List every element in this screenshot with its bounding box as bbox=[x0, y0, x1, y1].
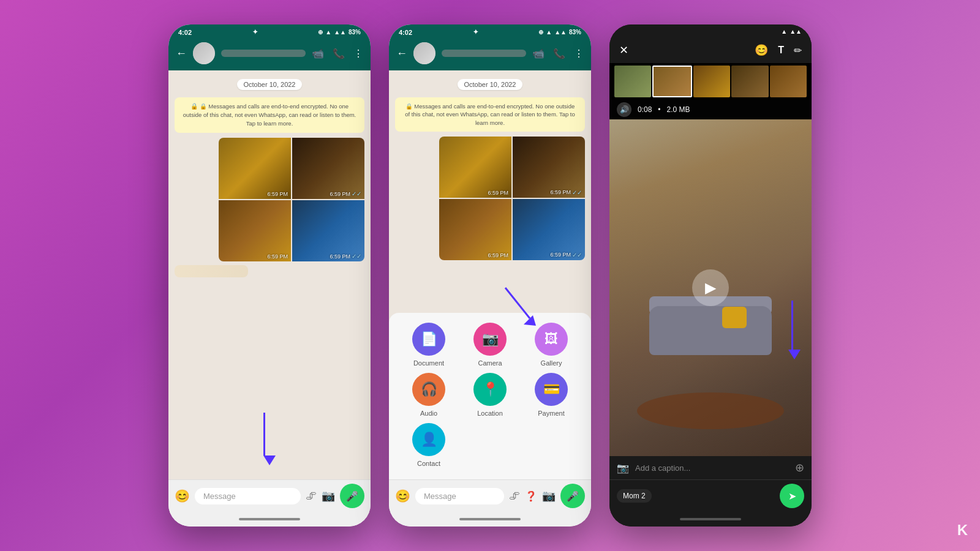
attach-contact[interactable]: 👤 Contact bbox=[401, 423, 456, 467]
close-icon[interactable]: ✕ bbox=[619, 43, 628, 57]
call-icon-1[interactable]: 📞 bbox=[333, 48, 345, 59]
caption-bar: 📷 Add a caption... ⊕ bbox=[609, 456, 812, 479]
camera-icon-circle: 📷 bbox=[473, 323, 507, 356]
status-icons-2: ⊕ ▲ ▲▲ 83% bbox=[538, 29, 581, 36]
status-icons-1: ⊕ ▲ ▲▲ 83% bbox=[318, 29, 361, 36]
status-bar-2: 4:02 ✦ ⊕ ▲ ▲▲ 83% bbox=[389, 24, 591, 39]
audio-icon: 🎧 bbox=[421, 381, 437, 397]
attach-location[interactable]: 📍 Location bbox=[462, 373, 518, 417]
video-call-icon-1[interactable]: 📹 bbox=[312, 48, 324, 59]
emoji-icon-1[interactable]: 😊 bbox=[175, 489, 190, 503]
mic-button-2[interactable]: 🎤 bbox=[560, 484, 585, 508]
timestamp-1-2: 6:59 PM ✓✓ bbox=[330, 190, 361, 197]
camera-label: Camera bbox=[478, 359, 502, 367]
message-input-2[interactable]: Message bbox=[415, 488, 504, 504]
image-grid-2[interactable]: 6:59 PM 6:59 PM✓✓ 6:59 PM 6:59 PM✓✓ bbox=[439, 137, 585, 260]
image-2-3[interactable]: 6:59 PM bbox=[439, 199, 511, 260]
sim-icon: ⊕ bbox=[318, 29, 323, 36]
read-receipt-2-2: ✓✓ bbox=[572, 189, 582, 196]
image-grid-top-1[interactable]: 6:59 PM 6:59 PM ✓✓ 6:59 PM 6:59 PM bbox=[219, 138, 364, 261]
image-2-4[interactable]: 6:59 PM✓✓ bbox=[513, 199, 585, 260]
pillow-yellow bbox=[722, 307, 747, 328]
video-preview[interactable]: ▶ bbox=[609, 119, 812, 456]
text-bubble-1 bbox=[175, 265, 248, 277]
image-1-3[interactable]: 6:59 PM bbox=[219, 200, 291, 261]
read-receipt-1-2: ✓✓ bbox=[352, 190, 361, 197]
recipient-bar: Mom 2 ➤ bbox=[609, 479, 812, 512]
video-info-bar: 🔊 0:08 • 2.0 MB bbox=[609, 100, 812, 119]
back-button-1[interactable]: ← bbox=[176, 47, 187, 60]
attachment-menu-container: 📄 Document 📷 Camera 🖼 Gallery 🎧 bbox=[389, 279, 591, 479]
mic-icon-2: 🎤 bbox=[567, 490, 579, 502]
header-icons-1: 📹 📞 ⋮ bbox=[312, 48, 363, 59]
contact-icon: 👤 bbox=[421, 432, 437, 448]
video-size: 2.0 MB bbox=[667, 105, 690, 114]
emoji-tool-icon[interactable]: 😊 bbox=[755, 43, 768, 57]
date-badge-1: October 10, 2022 bbox=[237, 79, 301, 90]
menu-icon-2[interactable]: ⋮ bbox=[574, 48, 584, 59]
attach-document[interactable]: 📄 Document bbox=[401, 323, 456, 367]
signal-icon-1: ▲▲ bbox=[334, 29, 346, 36]
document-icon-circle: 📄 bbox=[412, 323, 445, 356]
attachment-menu: 📄 Document 📷 Camera 🖼 Gallery 🎧 bbox=[389, 313, 591, 479]
phone-3: ▲ ▲▲ ✕ 😊 T ✏ 🔊 0:08 • 2.0 MB bbox=[609, 24, 812, 527]
caption-extra-icon[interactable]: ⊕ bbox=[795, 461, 804, 474]
contact-name-1 bbox=[221, 50, 306, 57]
play-icon: ▶ bbox=[705, 279, 716, 296]
avatar-2[interactable] bbox=[413, 42, 435, 64]
avatar-1[interactable] bbox=[193, 42, 215, 64]
image-2-1[interactable]: 6:59 PM bbox=[439, 137, 511, 198]
attach-icon-2[interactable]: 🖇 bbox=[509, 490, 520, 503]
back-button-2[interactable]: ← bbox=[396, 47, 407, 60]
status-bar-1: 4:02 ✦ ⊕ ▲ ▲▲ 83% bbox=[168, 24, 371, 39]
timestamp-2-1: 6:59 PM bbox=[488, 190, 508, 196]
message-input-1[interactable]: Message bbox=[195, 488, 301, 504]
emoji-icon-2[interactable]: 😊 bbox=[395, 489, 410, 503]
attach-icon-1[interactable]: 🖇 bbox=[306, 490, 317, 503]
payment-icon-circle: 💳 bbox=[535, 373, 568, 406]
image-2-2[interactable]: 6:59 PM✓✓ bbox=[513, 137, 585, 198]
timestamp-1-4: 6:59 PM ✓✓ bbox=[330, 253, 361, 260]
caption-photo-icon: 📷 bbox=[617, 462, 629, 474]
video-header: ✕ 😊 T ✏ bbox=[609, 37, 812, 63]
camera-icon-attach: 📷 bbox=[482, 331, 499, 347]
battery-1: 83% bbox=[349, 29, 361, 36]
camera-icon-input-2[interactable]: 📷 bbox=[542, 489, 556, 503]
play-button[interactable]: ▶ bbox=[692, 269, 729, 306]
timestamp-1-3: 6:59 PM bbox=[267, 253, 288, 260]
wifi-icon-3: ▲ bbox=[781, 28, 787, 35]
phone-2: 4:02 ✦ ⊕ ▲ ▲▲ 83% ← 📹 📞 ⋮ October 10, 20… bbox=[389, 24, 591, 527]
recipient-tag[interactable]: Mom 2 bbox=[617, 489, 652, 503]
document-icon: 📄 bbox=[421, 331, 437, 347]
image-1-4[interactable]: 6:59 PM ✓✓ bbox=[292, 200, 364, 261]
caption-input[interactable]: Add a caption... bbox=[635, 463, 789, 473]
call-icon-2[interactable]: 📞 bbox=[553, 48, 565, 59]
send-button[interactable]: ➤ bbox=[780, 484, 804, 508]
watermark: K bbox=[957, 522, 968, 539]
draw-tool-icon[interactable]: ✏ bbox=[794, 45, 802, 56]
thumbnail-strip bbox=[609, 63, 812, 100]
video-duration: 0:08 bbox=[638, 105, 652, 114]
thumb-2 bbox=[652, 66, 692, 97]
time-2: 4:02 bbox=[399, 29, 412, 36]
status-icon-1: ✦ bbox=[252, 28, 258, 36]
mic-button-1[interactable]: 🎤 bbox=[340, 484, 364, 508]
image-1-2[interactable]: 6:59 PM ✓✓ bbox=[292, 138, 364, 199]
attach-payment[interactable]: 💳 Payment bbox=[524, 373, 579, 417]
sound-button[interactable]: 🔊 bbox=[617, 102, 631, 117]
home-bar-1 bbox=[239, 518, 300, 520]
gallery-icon: 🖼 bbox=[545, 331, 558, 347]
attach-gallery[interactable]: 🖼 Gallery bbox=[524, 323, 579, 367]
battery-2: 83% bbox=[569, 29, 581, 36]
contact-icon-circle: 👤 bbox=[412, 423, 445, 456]
question-icon-2[interactable]: ❓ bbox=[525, 490, 537, 502]
attach-audio[interactable]: 🎧 Audio bbox=[401, 373, 456, 417]
image-1-1[interactable]: 6:59 PM bbox=[219, 138, 291, 199]
attach-camera[interactable]: 📷 Camera bbox=[462, 323, 518, 367]
timestamp-2-3: 6:59 PM bbox=[488, 252, 508, 258]
gallery-label: Gallery bbox=[541, 359, 562, 367]
video-call-icon-2[interactable]: 📹 bbox=[532, 48, 545, 59]
text-tool-icon[interactable]: T bbox=[778, 45, 784, 56]
camera-icon-input-1[interactable]: 📷 bbox=[322, 489, 335, 503]
menu-icon-1[interactable]: ⋮ bbox=[353, 48, 363, 59]
